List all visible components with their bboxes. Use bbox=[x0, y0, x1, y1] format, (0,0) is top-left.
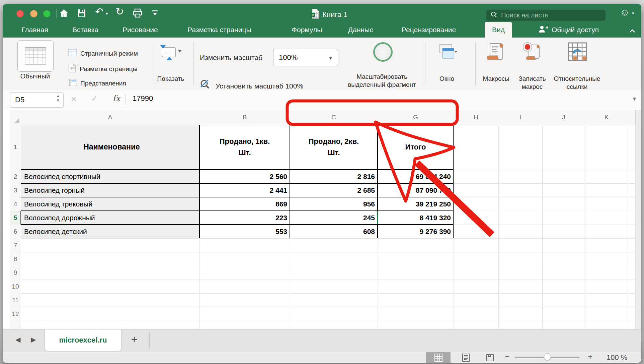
cancel-entry-icon[interactable]: × bbox=[71, 95, 76, 104]
tab-2-Вставка[interactable]: Вставка bbox=[72, 22, 98, 38]
row-header-1[interactable]: 1 bbox=[10, 125, 21, 170]
row-header-9[interactable]: 9 bbox=[10, 266, 21, 280]
tab-3-Рисование[interactable]: Рисование bbox=[123, 22, 158, 38]
zoom-slider-thumb[interactable] bbox=[544, 353, 551, 360]
relative-references-button[interactable] bbox=[568, 42, 587, 62]
cell-A1[interactable]: Наименование bbox=[21, 125, 199, 170]
column-header-A[interactable]: A bbox=[21, 110, 200, 125]
share-button[interactable]: Общий доступ bbox=[538, 22, 599, 38]
smiley-dropdown-icon[interactable]: ▾ bbox=[632, 11, 634, 15]
page-break-view-icon[interactable] bbox=[486, 354, 494, 363]
column-header-partial[interactable] bbox=[628, 110, 636, 125]
tab-7-Рецензирование[interactable]: Рецензирование bbox=[402, 22, 456, 38]
page-layout-button[interactable]: Разметка страницы bbox=[68, 64, 137, 74]
row-header-5[interactable]: 5 bbox=[10, 211, 21, 225]
row-header-12[interactable]: 12 bbox=[10, 307, 21, 321]
custom-views-button[interactable]: Представления bbox=[68, 78, 126, 88]
column-header-H[interactable]: H bbox=[454, 110, 499, 125]
cell-B3[interactable]: 2 441 bbox=[199, 183, 290, 197]
cell-C6[interactable]: 608 bbox=[290, 225, 378, 238]
name-box[interactable]: D5 ▲ ▼ bbox=[10, 92, 64, 108]
customize-toolbar-icon[interactable] bbox=[151, 9, 159, 18]
cell-B5[interactable]: 223 bbox=[199, 211, 290, 225]
column-header-J[interactable]: J bbox=[542, 110, 585, 125]
show-panes-button[interactable] bbox=[159, 43, 181, 64]
page-break-preview-button[interactable]: Страничный режим bbox=[68, 49, 138, 58]
select-all-corner[interactable] bbox=[10, 110, 21, 125]
page-layout-view-icon[interactable] bbox=[462, 354, 470, 363]
cell-A4[interactable]: Велосипед трековый bbox=[21, 197, 199, 211]
prev-sheet-icon[interactable]: ◀ bbox=[15, 336, 20, 343]
stepper-up-icon[interactable]: ▲ bbox=[56, 94, 60, 98]
formula-bar-value[interactable]: 17990 bbox=[133, 94, 153, 103]
row-header-2[interactable]: 2 bbox=[10, 170, 21, 184]
cell-G3[interactable]: 87 090 740 bbox=[378, 183, 454, 197]
row-header-3[interactable]: 3 bbox=[10, 183, 21, 197]
cell-A5[interactable]: Велосипед дорожный bbox=[21, 211, 199, 225]
cell-B2[interactable]: 2 560 bbox=[199, 170, 290, 183]
row-header-10[interactable]: 10 bbox=[10, 280, 21, 294]
zoom-to-selection-icon[interactable] bbox=[373, 42, 393, 62]
stepper-down-icon[interactable]: ▼ bbox=[56, 99, 60, 102]
minimize-window-button[interactable] bbox=[30, 10, 37, 17]
formula-bar-expand-icon[interactable]: ▼ bbox=[632, 96, 637, 101]
vertical-scrollbar[interactable] bbox=[636, 110, 641, 329]
home-icon[interactable] bbox=[59, 8, 69, 19]
sheet-search-field[interactable]: Поиск на листе bbox=[486, 9, 606, 21]
tab-1-Главная[interactable]: Главная bbox=[21, 22, 48, 38]
maximize-window-button[interactable] bbox=[43, 10, 51, 17]
grid-view-icon[interactable] bbox=[434, 354, 442, 363]
undo-icon[interactable]: ↶ bbox=[95, 7, 103, 17]
name-box-stepper[interactable]: ▲ ▼ bbox=[56, 94, 60, 102]
record-macro-button[interactable] bbox=[522, 42, 542, 63]
column-header-C[interactable]: C bbox=[290, 110, 378, 125]
zoom-combobox[interactable]: 100% ▼ bbox=[273, 49, 338, 66]
undo-dropdown-icon[interactable]: ▾ bbox=[106, 11, 108, 16]
cell-C2[interactable]: 2 816 bbox=[290, 170, 378, 183]
cell-C4[interactable]: 956 bbox=[290, 197, 378, 211]
cell-G5[interactable]: 8 419 320 bbox=[378, 211, 454, 225]
tab-5-Формулы[interactable]: Формулы bbox=[292, 22, 322, 38]
cell-B4[interactable]: 869 bbox=[199, 197, 290, 211]
collapse-ribbon-icon[interactable] bbox=[629, 28, 635, 34]
cell-C5[interactable]: 245 bbox=[290, 211, 378, 225]
cell-G2[interactable]: 69 834 240 bbox=[378, 170, 454, 183]
zoom-out-icon[interactable]: − bbox=[505, 353, 509, 361]
redo-icon[interactable]: ↻ bbox=[115, 7, 124, 17]
zoom-100-button[interactable] bbox=[199, 79, 211, 91]
row-header-4[interactable]: 4 bbox=[10, 197, 21, 211]
cell-A2[interactable]: Велосипед спортивный bbox=[21, 170, 199, 183]
column-header-B[interactable]: B bbox=[199, 110, 290, 125]
column-header-K[interactable]: K bbox=[585, 110, 628, 125]
cell-G4[interactable]: 39 219 250 bbox=[378, 197, 454, 211]
cell-G6[interactable]: 9 276 390 bbox=[378, 225, 454, 238]
save-icon[interactable] bbox=[77, 8, 86, 19]
row-header-8[interactable]: 8 bbox=[10, 252, 21, 266]
row-header-11[interactable]: 11 bbox=[10, 293, 21, 307]
cell-G1[interactable]: Итого bbox=[378, 125, 454, 170]
close-window-button[interactable] bbox=[16, 10, 24, 17]
sheet-tab-microexcel[interactable]: microexcel.ru bbox=[45, 329, 121, 351]
row-header-7[interactable]: 7 bbox=[10, 238, 21, 252]
column-header-G[interactable]: G bbox=[378, 110, 454, 125]
cell-A3[interactable]: Велосипед горный bbox=[21, 183, 199, 197]
cell-C3[interactable]: 2 685 bbox=[290, 183, 378, 197]
row-header-6[interactable]: 6 bbox=[10, 225, 21, 239]
next-sheet-icon[interactable]: ▶ bbox=[31, 336, 36, 343]
tab-4-Разметка страницы[interactable]: Разметка страницы bbox=[187, 22, 251, 38]
window-button[interactable] bbox=[436, 44, 457, 62]
tab-6-Данные[interactable]: Данные bbox=[348, 22, 374, 38]
cell-B6[interactable]: 553 bbox=[199, 225, 290, 238]
cell-B1[interactable]: Продано, 1кв.Шт. bbox=[199, 125, 290, 170]
normal-view-button[interactable] bbox=[17, 40, 54, 72]
column-header-I[interactable]: I bbox=[498, 110, 543, 125]
feedback-smiley-icon[interactable]: ☺ bbox=[620, 8, 630, 17]
cell-A6[interactable]: Велосипед детский bbox=[21, 225, 199, 238]
cell-C1[interactable]: Продано, 2кв.Шт. bbox=[290, 125, 378, 170]
add-sheet-button[interactable]: + bbox=[131, 334, 138, 345]
print-icon[interactable] bbox=[133, 8, 143, 19]
insert-function-icon[interactable]: fx bbox=[112, 94, 120, 103]
confirm-entry-icon[interactable]: ✓ bbox=[91, 95, 98, 103]
macros-button[interactable] bbox=[486, 42, 505, 63]
zoom-in-icon[interactable]: + bbox=[588, 353, 592, 361]
